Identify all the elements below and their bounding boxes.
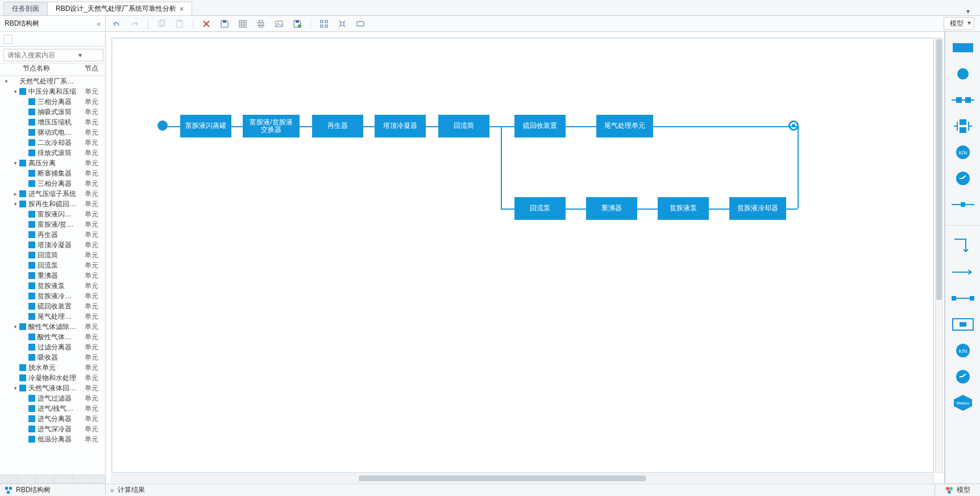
tree-row[interactable]: 回流泵单元 bbox=[0, 260, 105, 270]
tree-row[interactable]: ▾胺再生和硫回…单元 bbox=[0, 199, 105, 209]
link[interactable] bbox=[637, 209, 658, 210]
palette-kofn[interactable]: K/N bbox=[952, 144, 974, 160]
rbd-block[interactable]: 再生器 bbox=[312, 115, 363, 137]
tree-row[interactable]: 驱动式电…单元 bbox=[0, 127, 105, 137]
link[interactable] bbox=[300, 126, 312, 127]
tree-row[interactable]: 脱水单元单元 bbox=[0, 362, 105, 373]
tree-row[interactable]: 进气分离器单元 bbox=[0, 414, 105, 424]
palette-parallel[interactable] bbox=[952, 118, 974, 134]
tree-row[interactable]: 贫胺液泵单元 bbox=[0, 281, 105, 291]
redo-icon[interactable] bbox=[130, 19, 140, 29]
delete-icon[interactable] bbox=[201, 19, 211, 29]
tree-row[interactable]: 增压压缩机单元 bbox=[0, 117, 105, 127]
tree-row[interactable]: 硫回收装置单元 bbox=[0, 301, 105, 311]
tree-row[interactable]: 塔顶冷凝器单元 bbox=[0, 240, 105, 250]
tree-row[interactable]: 再生器单元 bbox=[0, 230, 105, 240]
tree-row[interactable]: ▾酸性气体滤除…单元 bbox=[0, 322, 105, 332]
undo-icon[interactable] bbox=[111, 19, 122, 29]
twisty-icon[interactable]: ▾ bbox=[13, 384, 18, 392]
tree-row[interactable]: 排放式滚筒单元 bbox=[0, 148, 105, 158]
tab-overflow-menu[interactable]: ▾ bbox=[960, 7, 977, 15]
zoom-actual-icon[interactable] bbox=[337, 19, 347, 29]
tree-row[interactable]: 重沸器单元 bbox=[0, 270, 105, 281]
rbd-block[interactable]: 尾气处理单元 bbox=[596, 115, 653, 137]
tree-row[interactable]: 进气/残气…单元 bbox=[0, 403, 105, 414]
link[interactable] bbox=[788, 126, 799, 127]
twisty-icon[interactable]: ▾ bbox=[13, 87, 18, 95]
paste-icon[interactable] bbox=[175, 19, 185, 29]
twisty-icon[interactable]: ▾ bbox=[13, 200, 18, 208]
tree-row[interactable]: 冷凝物和水处理单元 bbox=[0, 373, 105, 383]
model-type-dropdown[interactable]: 模型 bbox=[944, 17, 974, 30]
rbd-block[interactable]: 硫回收装置 bbox=[514, 115, 566, 137]
tree-h-scrollbar[interactable] bbox=[0, 474, 105, 484]
link[interactable] bbox=[489, 126, 514, 127]
tree-row[interactable]: 吸收器单元 bbox=[0, 352, 105, 362]
rbd-block[interactable]: 富胺液闪蒸罐 bbox=[180, 115, 231, 137]
tree-row[interactable]: 进气过滤器单元 bbox=[0, 393, 105, 403]
tree-row[interactable]: 三相分离器单元 bbox=[0, 178, 105, 189]
link[interactable] bbox=[231, 126, 243, 127]
palette-two-way[interactable] bbox=[952, 290, 974, 306]
diagram-canvas[interactable]: 富胺液闪蒸罐富胺液/贫胺液交换器再生器塔顶冷凝器回流筒硫回收装置尾气处理单元回流… bbox=[111, 37, 934, 473]
link[interactable] bbox=[786, 209, 798, 210]
tree-row[interactable]: ▾天然气处理厂系… bbox=[0, 76, 105, 86]
link[interactable] bbox=[798, 126, 799, 209]
collapse-icon[interactable]: « bbox=[97, 20, 101, 28]
tab-task-profile[interactable]: 任务剖面 bbox=[3, 2, 48, 15]
tree-row[interactable]: 断塞捕集器单元 bbox=[0, 168, 105, 178]
status-left-tab[interactable]: RBD结构树 bbox=[0, 484, 106, 496]
twisty-icon[interactable]: ▾ bbox=[13, 159, 18, 167]
zoom-fit-icon[interactable] bbox=[319, 19, 329, 29]
tree-row[interactable]: 回流筒单元 bbox=[0, 250, 105, 260]
tree-row[interactable]: 富胺液闪…单元 bbox=[0, 209, 105, 219]
tree-row[interactable]: 富胺液/贫…单元 bbox=[0, 219, 105, 230]
rbd-block[interactable]: 富胺液/贫胺液交换器 bbox=[243, 115, 300, 137]
zoom-width-icon[interactable] bbox=[355, 19, 366, 29]
tree[interactable]: ▾天然气处理厂系…▾中压分离和压缩单元三相分离器单元抽吸式滚筒单元增压压缩机单元… bbox=[0, 76, 105, 474]
close-icon[interactable]: × bbox=[180, 5, 184, 13]
palette-start-node[interactable] bbox=[952, 66, 974, 82]
palette-block[interactable] bbox=[952, 40, 974, 56]
rbd-block[interactable]: 回流泵 bbox=[514, 197, 566, 220]
link[interactable] bbox=[566, 209, 586, 210]
twisty-icon[interactable]: ▾ bbox=[3, 77, 9, 85]
tree-row[interactable]: 酸性气体…单元 bbox=[0, 332, 105, 342]
link[interactable] bbox=[363, 126, 375, 127]
tree-row[interactable]: ▸进气压缩子系统单元 bbox=[0, 189, 105, 199]
rbd-block[interactable]: 贫胺液泵 bbox=[658, 197, 709, 220]
link[interactable] bbox=[501, 126, 502, 209]
twisty-icon[interactable]: ▸ bbox=[13, 190, 18, 198]
link[interactable] bbox=[709, 209, 729, 210]
palette-series[interactable] bbox=[952, 92, 974, 108]
tree-row[interactable]: ▾高压分离单元 bbox=[0, 158, 105, 168]
palette-container[interactable] bbox=[952, 316, 974, 332]
tree-row[interactable]: 三相分离器单元 bbox=[0, 97, 105, 107]
start-node[interactable] bbox=[157, 120, 168, 131]
tree-row[interactable]: 尾气处理…单元 bbox=[0, 311, 105, 322]
tree-row[interactable]: 低温分离器单元 bbox=[0, 434, 105, 444]
h-scrollbar[interactable] bbox=[111, 474, 934, 482]
status-right-tab[interactable]: » 计算结果 bbox=[106, 484, 935, 496]
save-as-icon[interactable] bbox=[292, 19, 302, 29]
search-input[interactable] bbox=[3, 49, 103, 61]
v-scrollbar[interactable] bbox=[935, 37, 943, 473]
tree-row[interactable]: 抽吸式滚筒单元 bbox=[0, 107, 105, 117]
link[interactable] bbox=[501, 209, 514, 210]
image-icon[interactable] bbox=[274, 19, 284, 29]
palette-kofn-alt[interactable]: K/N bbox=[952, 343, 974, 359]
status-model-tab[interactable]: 模型 bbox=[935, 484, 980, 496]
tree-row[interactable]: 进气深冷器单元 bbox=[0, 424, 105, 434]
palette-elbow[interactable] bbox=[952, 238, 974, 254]
tree-row[interactable]: 过滤分离器单元 bbox=[0, 342, 105, 352]
palette-markov[interactable]: Markov bbox=[952, 395, 974, 411]
rbd-block[interactable]: 回流筒 bbox=[438, 115, 489, 137]
palette-switch-alt[interactable] bbox=[952, 369, 974, 385]
link[interactable] bbox=[426, 126, 438, 127]
grid-icon[interactable] bbox=[238, 19, 248, 29]
link[interactable] bbox=[168, 126, 180, 127]
tree-row[interactable]: 贫胺液冷…单元 bbox=[0, 291, 105, 301]
palette-switch[interactable] bbox=[952, 170, 974, 186]
sidebar-tool-1[interactable] bbox=[3, 35, 13, 44]
print-icon[interactable] bbox=[256, 19, 266, 29]
